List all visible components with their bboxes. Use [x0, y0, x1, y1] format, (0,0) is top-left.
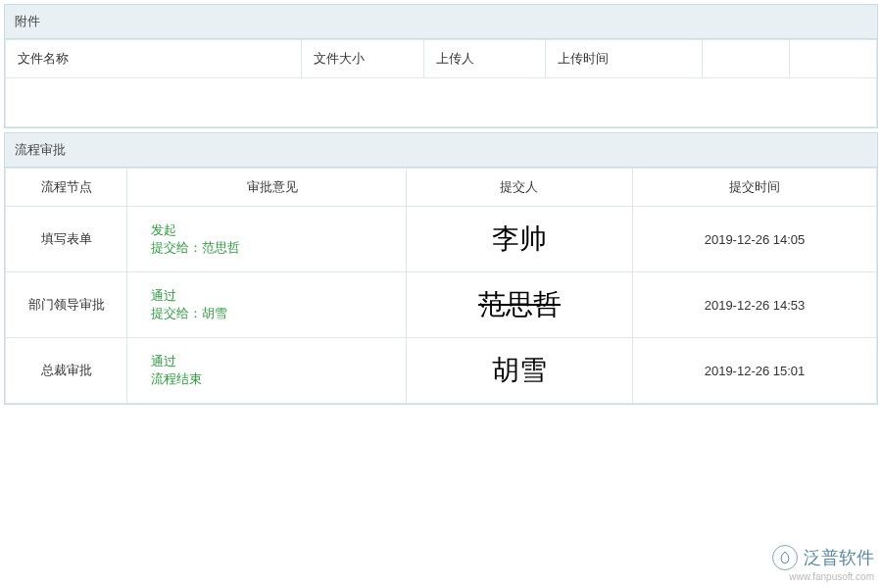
col-action1 [703, 40, 790, 78]
col-filesize: 文件大小 [302, 40, 423, 78]
opinion-cell: 通过 流程结束 [127, 338, 406, 404]
time-cell: 2019-12-26 14:05 [633, 207, 877, 272]
opinion-prefix: 提交给： [151, 240, 202, 255]
table-header-row: 流程节点 审批意见 提交人 提交时间 [6, 169, 877, 207]
signature-cell: 范思哲 [406, 272, 632, 338]
opinion-cell: 通过 提交给：胡雪 [127, 272, 406, 338]
empty-cell [6, 78, 877, 127]
opinion-target: 流程结束 [151, 370, 395, 388]
footer-watermark: 泛普软件 www.fanpusoft.com [772, 545, 874, 582]
brand-block: 泛普软件 [772, 545, 874, 570]
signature-image: 李帅 [492, 223, 547, 254]
col-filename: 文件名称 [6, 40, 302, 78]
node-cell: 填写表单 [6, 207, 127, 272]
col-time: 提交时间 [633, 169, 877, 207]
col-upload-time: 上传时间 [546, 40, 703, 78]
opinion-prefix: 提交给： [151, 306, 202, 320]
opinion-target: 提交给：范思哲 [151, 239, 395, 257]
col-opinion: 审批意见 [127, 169, 406, 207]
opinion-name: 范思哲 [202, 240, 240, 255]
opinion-prefix: 流程结束 [151, 371, 202, 386]
signature-image: 胡雪 [492, 355, 547, 385]
signature-cell: 李帅 [406, 207, 632, 272]
col-submitter: 提交人 [406, 169, 632, 207]
opinion-name: 胡雪 [202, 306, 227, 320]
node-cell: 总裁审批 [6, 338, 127, 404]
signature-image: 范思哲 [478, 289, 561, 319]
brand-name: 泛普软件 [804, 546, 874, 569]
approval-table: 流程节点 审批意见 提交人 提交时间 填写表单 发起 提交给：范思哲 李帅 20… [5, 168, 877, 404]
opinion-action: 通过 [151, 287, 395, 305]
opinion-target: 提交给：胡雪 [151, 305, 395, 322]
approval-title: 流程审批 [5, 133, 877, 168]
opinion-action: 通过 [151, 353, 395, 370]
table-row: 部门领导审批 通过 提交给：胡雪 范思哲 2019-12-26 14:53 [6, 272, 877, 338]
attachments-table: 文件名称 文件大小 上传人 上传时间 [5, 39, 877, 127]
table-row: 总裁审批 通过 流程结束 胡雪 2019-12-26 15:01 [6, 338, 877, 404]
approval-section: 流程审批 流程节点 审批意见 提交人 提交时间 填写表单 发起 提交给：范思哲 [4, 132, 878, 405]
node-cell: 部门领导审批 [6, 272, 127, 338]
attachments-section: 附件 文件名称 文件大小 上传人 上传时间 [4, 4, 878, 128]
brand-icon [772, 545, 798, 570]
time-cell: 2019-12-26 14:53 [633, 272, 877, 338]
col-node: 流程节点 [6, 169, 127, 207]
time-cell: 2019-12-26 15:01 [633, 338, 877, 404]
opinion-cell: 发起 提交给：范思哲 [127, 207, 406, 272]
opinion-action: 发起 [151, 221, 395, 239]
signature-cell: 胡雪 [406, 338, 632, 404]
brand-url: www.fanpusoft.com [772, 571, 874, 582]
table-header-row: 文件名称 文件大小 上传人 上传时间 [6, 40, 877, 78]
leaf-icon [778, 551, 792, 564]
table-row: 填写表单 发起 提交给：范思哲 李帅 2019-12-26 14:05 [6, 207, 877, 272]
col-action2 [790, 40, 877, 78]
attachments-title: 附件 [5, 5, 877, 39]
table-row [6, 78, 877, 127]
col-uploader: 上传人 [423, 40, 545, 78]
